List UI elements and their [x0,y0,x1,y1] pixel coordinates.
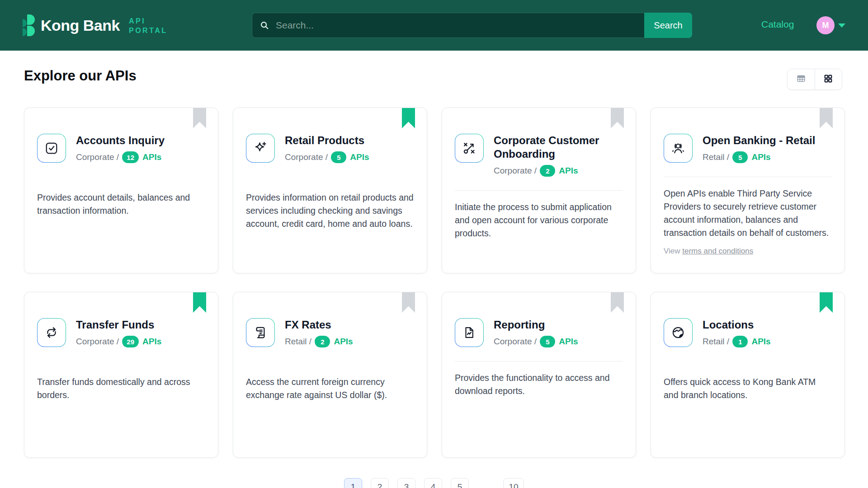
card-header: FX Rates Retail / 2 APIs [246,318,414,347]
search-button[interactable]: Search [644,13,692,38]
api-description: Access the current foreign currency exch… [246,375,414,402]
apis-label: APIs [142,152,161,162]
search-input[interactable] [252,13,644,38]
api-card[interactable]: Reporting Corporate / 5 APIs Provides th… [442,292,636,458]
scroll-icon [246,318,275,347]
bookmark-ribbon-icon[interactable] [611,108,624,128]
apis-label: APIs [559,337,578,347]
avatar[interactable]: M [816,16,835,34]
terms-link[interactable]: terms and conditions [682,247,753,255]
api-description: Provides account details, balances and t… [37,191,205,217]
grid-view-button[interactable] [815,69,842,89]
api-category: Retail [703,337,725,347]
api-meta: Corporate / 12 APIs [76,151,165,163]
checkbox-icon [37,134,66,163]
api-card[interactable]: FX Rates Retail / 2 APIs Access the curr… [233,292,427,458]
bookmark-ribbon-icon[interactable] [820,292,833,313]
card-header: Locations Retail / 1 APIs [664,318,832,347]
card-divider [455,361,623,361]
api-card[interactable]: Accounts Inquiry Corporate / 12 APIs Pro… [24,108,218,273]
page-2-button[interactable]: 2 [371,478,389,488]
card-header: Transfer Funds Corporate / 29 APIs [37,318,205,347]
sparkle-icon [246,134,275,163]
api-card[interactable]: Locations Retail / 1 APIs Offers quick a… [651,292,845,458]
apis-label: APIs [559,166,578,176]
user-icon [664,134,693,163]
api-count-badge: 5 [331,151,346,163]
api-meta: Retail / 2 APIs [285,336,353,347]
meta-separator: / [114,152,122,162]
api-meta: Corporate / 5 APIs [285,151,369,163]
api-category: Corporate [76,152,114,162]
meta-separator: / [725,337,732,347]
api-meta: Retail / 5 APIs [703,151,815,163]
api-category: Corporate [494,166,532,176]
page-1-button[interactable]: 1 [344,478,362,488]
api-count-badge: 2 [540,165,555,177]
bookmark-ribbon-icon[interactable] [402,108,415,128]
api-description: Initiate the process to submit applicati… [455,201,623,240]
catalog-link[interactable]: Catalog [761,19,794,30]
api-count-badge: 5 [732,151,748,163]
chevron-down-icon[interactable] [838,23,845,28]
api-description: Provides the functionality to access and… [455,371,623,398]
grid-icon [823,74,833,85]
meta-separator: / [114,337,122,347]
api-title: Accounts Inquiry [76,134,165,147]
page-4-button[interactable]: 4 [424,478,442,488]
search-icon [259,20,269,30]
card-header: Accounts Inquiry Corporate / 12 APIs [37,134,205,163]
meta-separator: / [323,152,330,162]
api-title: Corporate Customer Onboarding [494,134,623,161]
api-meta: Retail / 1 APIs [703,336,771,347]
api-card[interactable]: Corporate Customer Onboarding Corporate … [442,108,636,273]
page-10-button[interactable]: 10 [503,478,524,488]
page-title: Explore our APIs [24,68,137,84]
bookmark-ribbon-icon[interactable] [193,108,206,128]
brand-name: Kong Bank [41,17,120,34]
api-description: Offers quick access to Kong Bank ATM and… [664,375,832,402]
globe-icon [664,318,693,347]
card-header: Open Banking - Retail Retail / 5 APIs [664,134,832,163]
api-title: Reporting [494,318,578,332]
api-count-badge: 12 [122,151,139,163]
api-description: Provides information on retail products … [246,191,414,230]
brand-tagline: APIPORTAL [129,16,168,35]
card-header: Retail Products Corporate / 5 APIs [246,134,414,163]
table-view-button[interactable] [788,69,815,89]
kong-bank-logo-icon [23,14,35,37]
api-meta: Corporate / 29 APIs [76,336,161,347]
meta-separator: / [532,166,539,176]
api-card[interactable]: Transfer Funds Corporate / 29 APIs Trans… [24,292,218,458]
card-divider [455,190,623,191]
api-category: Retail [285,337,307,347]
apis-label: APIs [142,337,161,347]
kong-bank-logo[interactable]: Kong Bank APIPORTAL [23,14,168,37]
api-card[interactable]: Open Banking - Retail Retail / 5 APIs Op… [651,108,845,273]
api-title: Locations [703,318,771,332]
apis-label: APIs [350,152,369,162]
meta-separator: / [725,152,732,162]
meta-separator: / [307,337,314,347]
cards-grid: Accounts Inquiry Corporate / 12 APIs Pro… [24,108,845,458]
api-description: Open APIs enable Third Party Service Pro… [664,187,832,239]
terms-line: View terms and conditions [664,247,832,256]
api-count-badge: 29 [122,336,139,347]
bookmark-ribbon-icon[interactable] [193,292,206,313]
search-bar: Search [252,13,692,38]
bookmark-ribbon-icon[interactable] [611,292,624,313]
api-count-badge: 1 [732,336,748,347]
api-category: Corporate [285,152,323,162]
page-5-button[interactable]: 5 [451,478,469,488]
api-title: Transfer Funds [76,318,161,332]
bookmark-ribbon-icon[interactable] [820,108,833,128]
api-category: Retail [703,152,725,162]
card-divider [664,177,832,177]
api-title: Retail Products [285,134,369,147]
api-description: Transfer funds domestically and across b… [37,375,205,402]
top-navbar: Kong Bank APIPORTAL Search Catalog M [0,0,868,51]
table-icon [796,74,806,85]
api-card[interactable]: Retail Products Corporate / 5 APIs Provi… [233,108,427,273]
page-3-button[interactable]: 3 [397,478,415,488]
bookmark-ribbon-icon[interactable] [402,292,415,313]
